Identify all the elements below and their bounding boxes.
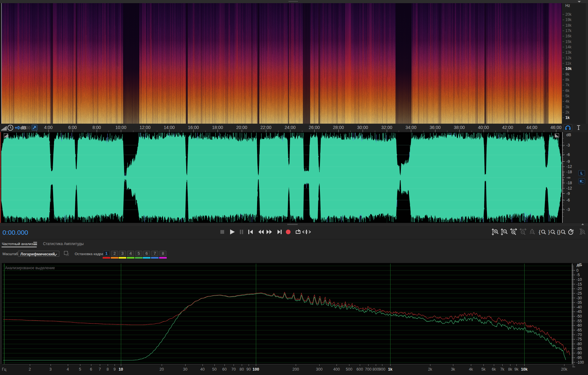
svg-text:6k: 6k <box>492 367 496 372</box>
svg-text:-60: -60 <box>576 323 582 328</box>
svg-text:16k: 16k <box>565 34 572 38</box>
svg-text:20: 20 <box>159 367 164 372</box>
svg-text:10:00: 10:00 <box>115 125 126 130</box>
svg-text:6k: 6k <box>565 88 570 93</box>
svg-text:-6: -6 <box>566 198 570 202</box>
svg-text:18:00: 18:00 <box>212 125 223 130</box>
svg-text:-90: -90 <box>576 351 582 355</box>
svg-text:L: L <box>580 171 583 175</box>
svg-text:Анализированое выделение: Анализированое выделение <box>5 266 55 270</box>
svg-text:-9: -9 <box>566 191 570 196</box>
svg-text:4k: 4k <box>565 99 570 104</box>
svg-text:5k: 5k <box>565 94 570 98</box>
svg-text:600: 600 <box>357 367 363 372</box>
svg-text:4: 4 <box>67 367 69 372</box>
svg-text:10: 10 <box>119 367 123 372</box>
svg-text:}: } <box>548 229 550 235</box>
svg-text:30: 30 <box>183 367 187 372</box>
svg-text:-35: -35 <box>576 300 582 305</box>
svg-text:10k: 10k <box>565 67 572 71</box>
svg-text:-70: -70 <box>576 333 582 337</box>
svg-text:1k: 1k <box>565 115 570 120</box>
svg-text:{: { <box>539 229 541 235</box>
svg-text:7: 7 <box>99 367 101 372</box>
svg-text:500: 500 <box>346 367 353 372</box>
svg-text:-9: -9 <box>566 159 570 164</box>
svg-text:4:00: 4:00 <box>44 125 52 130</box>
svg-text:200: 200 <box>293 367 299 372</box>
svg-text:-30: -30 <box>576 296 582 300</box>
svg-text:14k: 14k <box>565 45 572 49</box>
svg-text:Hz: Hz <box>565 3 570 8</box>
svg-text:38:00: 38:00 <box>454 125 465 130</box>
svg-text:-40: -40 <box>576 305 582 309</box>
svg-text:{}: {} <box>557 229 561 235</box>
svg-text:4k: 4k <box>469 367 473 372</box>
svg-text:дБ: дБ <box>577 263 582 267</box>
svg-text:-12: -12 <box>566 186 572 190</box>
svg-text:100: 100 <box>253 367 259 372</box>
svg-text:42:00: 42:00 <box>502 125 513 130</box>
svg-text:-50: -50 <box>576 314 582 319</box>
svg-text:2k: 2k <box>428 367 432 372</box>
svg-text:-5: -5 <box>576 273 580 277</box>
svg-text:8k: 8k <box>565 78 570 82</box>
svg-text:46:00: 46:00 <box>550 125 561 130</box>
svg-text:34:00: 34:00 <box>405 125 416 130</box>
svg-text:900: 900 <box>379 367 386 372</box>
svg-text:40: 40 <box>200 367 205 372</box>
svg-text:26:00: 26:00 <box>309 125 320 130</box>
svg-text:-3: -3 <box>566 207 570 212</box>
svg-text:00: 00 <box>26 125 31 130</box>
svg-text:-3: -3 <box>566 143 570 147</box>
svg-text:300: 300 <box>316 367 323 372</box>
svg-text:700: 700 <box>365 367 372 372</box>
svg-text:8:00: 8:00 <box>92 125 101 130</box>
svg-text:13k: 13k <box>565 50 572 55</box>
svg-text:-25: -25 <box>576 291 582 296</box>
svg-text:15k: 15k <box>565 40 572 44</box>
svg-text:9: 9 <box>114 367 116 372</box>
svg-text:9k: 9k <box>514 367 519 372</box>
svg-text:20:00: 20:00 <box>236 125 247 130</box>
svg-text:7k: 7k <box>500 367 504 372</box>
svg-text:32:00: 32:00 <box>381 125 392 130</box>
svg-text:dB: dB <box>20 125 26 130</box>
svg-text:24:00: 24:00 <box>284 125 295 130</box>
svg-text:9k: 9k <box>565 72 570 77</box>
svg-text:90: 90 <box>246 367 251 372</box>
svg-text:800: 800 <box>373 367 379 372</box>
svg-text:40:00: 40:00 <box>478 125 489 130</box>
svg-text:6:00: 6:00 <box>68 125 77 130</box>
svg-text:Гц: Гц <box>2 367 6 372</box>
svg-text:16:00: 16:00 <box>188 125 199 130</box>
svg-text:60: 60 <box>222 367 227 372</box>
svg-text:-75: -75 <box>576 337 582 341</box>
svg-text:70: 70 <box>231 367 236 372</box>
svg-text:18k: 18k <box>565 23 572 28</box>
svg-text:-55: -55 <box>576 319 582 323</box>
svg-text:7k: 7k <box>565 83 570 87</box>
svg-text:3k: 3k <box>565 105 570 109</box>
svg-text:1k: 1k <box>388 367 392 372</box>
svg-text:36:00: 36:00 <box>429 125 440 130</box>
svg-text:2k: 2k <box>565 110 570 115</box>
svg-text:8: 8 <box>107 367 109 372</box>
svg-text:20k: 20k <box>561 367 568 372</box>
svg-text:22:00: 22:00 <box>260 125 271 130</box>
svg-text:17k: 17k <box>565 29 572 33</box>
svg-text:44:00: 44:00 <box>526 125 537 130</box>
svg-text:+0: +0 <box>15 125 20 130</box>
svg-text:14:00: 14:00 <box>164 125 175 130</box>
svg-text:-20: -20 <box>576 287 582 291</box>
svg-text:8k: 8k <box>508 367 512 372</box>
svg-text:6: 6 <box>90 367 92 372</box>
svg-text:-45: -45 <box>576 309 582 314</box>
svg-text:12:00: 12:00 <box>139 125 150 130</box>
svg-text:-12: -12 <box>566 164 572 169</box>
svg-text:-85: -85 <box>576 346 582 351</box>
svg-text:12k: 12k <box>565 56 572 60</box>
svg-text:3k: 3k <box>451 367 455 372</box>
svg-text:30:00: 30:00 <box>357 125 368 130</box>
svg-text:-65: -65 <box>576 328 582 332</box>
